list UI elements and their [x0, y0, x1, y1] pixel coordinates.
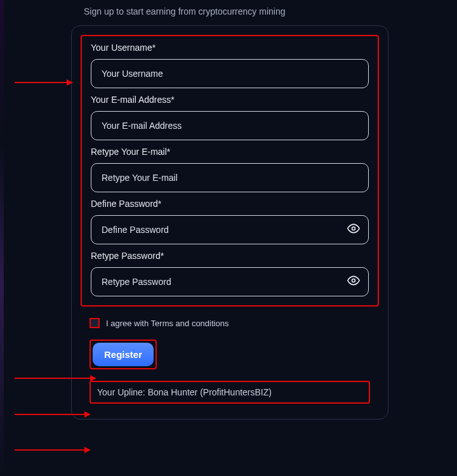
username-label: Your Username* [91, 43, 369, 53]
terms-checkbox[interactable] [89, 318, 100, 328]
fields-annotation-box: Your Username* Your E-mail Address* Rety… [81, 35, 379, 307]
annotation-arrow [15, 378, 95, 379]
terms-row: I agree with Terms and conditions [81, 307, 379, 337]
email-input[interactable] [91, 111, 369, 140]
signup-subtitle: Sign up to start earning from cryptocurr… [71, 0, 388, 25]
password-label: Define Password* [91, 199, 369, 209]
svg-point-1 [352, 279, 355, 282]
username-group: Your Username* [91, 43, 369, 88]
eye-icon[interactable] [347, 274, 360, 289]
annotation-arrow [15, 82, 72, 83]
retype-email-group: Retype Your E-mail* [91, 147, 369, 192]
password-group: Define Password* [91, 199, 369, 244]
email-group: Your E-mail Address* [91, 95, 369, 140]
upline-info: Your Upline: Bona Hunter (ProfitHuntersB… [89, 381, 370, 404]
retype-email-label: Retype Your E-mail* [91, 147, 369, 157]
terms-label: I agree with Terms and conditions [106, 319, 228, 328]
register-annotation-box: Register [89, 340, 157, 369]
register-button[interactable]: Register [93, 343, 154, 366]
retype-password-group: Retype Password* [91, 251, 369, 296]
password-input[interactable] [91, 215, 369, 244]
svg-point-0 [352, 227, 355, 230]
retype-password-input[interactable] [91, 267, 369, 296]
email-label: Your E-mail Address* [91, 95, 369, 105]
eye-icon[interactable] [347, 222, 360, 237]
annotation-arrow [15, 414, 89, 415]
username-input[interactable] [91, 59, 369, 88]
retype-password-label: Retype Password* [91, 251, 369, 261]
signup-form-card: Your Username* Your E-mail Address* Rety… [71, 25, 388, 420]
retype-email-input[interactable] [91, 163, 369, 192]
annotation-arrow [15, 449, 89, 451]
